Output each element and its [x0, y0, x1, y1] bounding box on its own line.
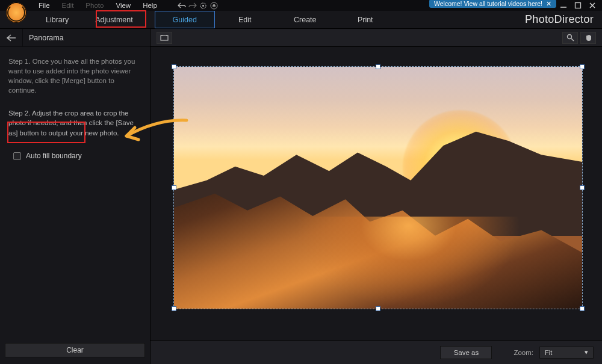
crop-handle-br[interactable]	[580, 306, 585, 311]
redo-icon[interactable]	[187, 2, 198, 9]
panorama-image	[174, 67, 582, 309]
sidebar-content: Step 1. Once you have all the photos you…	[0, 47, 150, 340]
zoom-select[interactable]: Fit ▾	[539, 347, 594, 359]
zoom-dropdown-icon: ▾	[585, 348, 588, 356]
tab-guided[interactable]: Guided	[155, 11, 215, 28]
settings-icon[interactable]	[198, 2, 209, 10]
menu-file[interactable]: File	[33, 2, 56, 9]
main-body: Panorama Step 1. Once you have all the p…	[0, 29, 602, 364]
crop-handle-tm[interactable]	[376, 64, 380, 69]
svg-line-7	[571, 39, 574, 41]
svg-rect-5	[161, 35, 168, 40]
menu-help[interactable]: Help	[137, 2, 163, 9]
step2-text: Step 2. Adjust the crop area to crop the…	[8, 108, 141, 137]
menu-bar: File Edit Photo View Help Welcome! View …	[0, 0, 602, 11]
auto-fill-boundary-row[interactable]: Auto fill boundary	[8, 151, 141, 161]
undo-icon[interactable]	[176, 2, 187, 9]
back-button[interactable]	[0, 29, 23, 46]
window-maximize-icon[interactable]	[574, 2, 585, 9]
crop-handle-bm[interactable]	[376, 306, 380, 311]
step1-text: Step 1. Once you have all the photos you…	[8, 57, 141, 95]
sidebar-footer: Clear	[0, 340, 150, 364]
crop-frame[interactable]	[173, 66, 583, 309]
svg-rect-4	[576, 3, 581, 8]
zoom-tool-icon[interactable]	[562, 32, 578, 44]
bottom-bar: Save as Zoom: Fit ▾	[150, 340, 602, 364]
menu-view[interactable]: View	[110, 2, 137, 9]
fullscreen-icon[interactable]	[157, 32, 172, 44]
tab-library[interactable]: Library	[33, 11, 82, 28]
tab-edit[interactable]: Edit	[215, 11, 275, 28]
auto-fill-boundary-label: Auto fill boundary	[26, 151, 82, 161]
crop-handle-rm[interactable]	[580, 185, 585, 190]
window-minimize-icon[interactable]	[560, 2, 571, 9]
auto-fill-boundary-checkbox[interactable]	[13, 152, 21, 160]
crop-handle-lm[interactable]	[172, 185, 176, 190]
brand-label: PhotoDirector	[525, 13, 594, 26]
menu-edit: Edit	[56, 2, 80, 9]
tab-create[interactable]: Create	[275, 11, 335, 28]
tab-bar: Library Adjustment Guided Edit Create Pr…	[0, 11, 602, 29]
app-logo-icon	[6, 2, 26, 23]
canvas-toolbar	[150, 29, 602, 47]
save-as-button[interactable]: Save as	[440, 346, 492, 359]
menu-photo: Photo	[79, 2, 110, 9]
hand-tool-icon[interactable]	[580, 32, 596, 44]
crop-handle-tr[interactable]	[580, 64, 585, 69]
welcome-banner[interactable]: Welcome! View all tutorial videos here! …	[429, 0, 556, 8]
notifications-icon[interactable]	[209, 2, 220, 10]
tab-print[interactable]: Print	[335, 11, 396, 28]
svg-point-1	[202, 5, 204, 7]
zoom-value: Fit	[545, 349, 552, 356]
svg-point-6	[567, 35, 571, 39]
tab-adjustment[interactable]: Adjustment	[82, 11, 146, 28]
viewport	[150, 47, 602, 340]
sidebar-header: Panorama	[0, 29, 150, 47]
welcome-banner-close-icon[interactable]: ✕	[546, 0, 551, 7]
crop-handle-tl[interactable]	[172, 64, 176, 69]
sidebar-title: Panorama	[23, 34, 64, 42]
sidebar: Panorama Step 1. Once you have all the p…	[0, 29, 150, 364]
window-close-icon[interactable]	[589, 2, 600, 9]
clear-button[interactable]: Clear	[5, 343, 145, 357]
crop-handle-bl[interactable]	[172, 306, 176, 311]
app-root: File Edit Photo View Help Welcome! View …	[0, 0, 602, 364]
welcome-banner-text: Welcome! View all tutorial videos here!	[434, 0, 542, 7]
canvas-area: Save as Zoom: Fit ▾	[150, 29, 602, 364]
zoom-label: Zoom:	[514, 349, 533, 356]
